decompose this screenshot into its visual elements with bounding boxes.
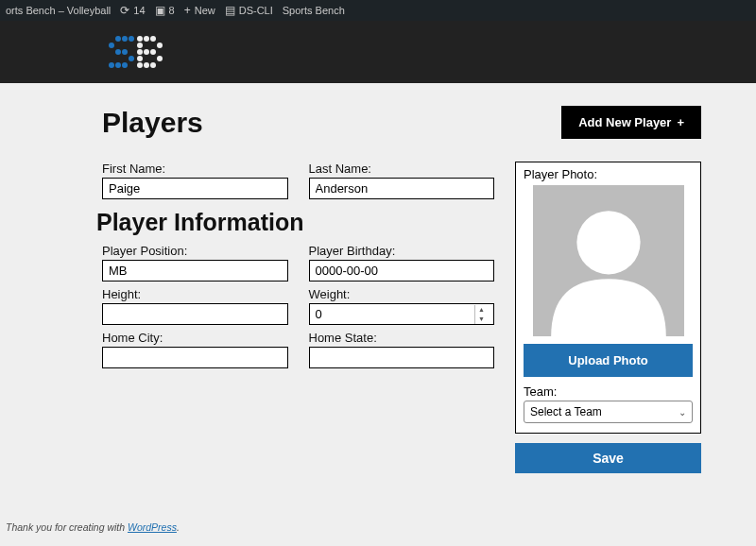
new-item[interactable]: + New	[184, 4, 215, 17]
photo-placeholder	[533, 185, 684, 336]
chevron-down-icon[interactable]: ▼	[475, 315, 488, 324]
first-name-input[interactable]	[102, 178, 288, 199]
weight-stepper[interactable]: ▲ ▼	[474, 305, 488, 324]
page-title: Players	[102, 107, 203, 139]
dscli-label: DS-CLI	[239, 5, 273, 16]
height-label: Height:	[102, 287, 288, 301]
footer-suffix: .	[177, 521, 180, 533]
form-left: First Name: Last Name: Player Informatio…	[102, 162, 494, 473]
weight-label: Weight:	[309, 287, 495, 301]
weight-input[interactable]: 0	[316, 307, 322, 321]
form-content: First Name: Last Name: Player Informatio…	[102, 162, 730, 473]
team-select-value: Select a Team	[530, 405, 602, 418]
height-input[interactable]	[102, 303, 288, 325]
updates-count: 14	[133, 5, 145, 16]
footer: Thank you for creating with WordPress.	[6, 521, 180, 533]
home-city-input[interactable]	[102, 347, 288, 368]
avatar-icon	[533, 185, 684, 336]
comment-icon: ▣	[155, 4, 165, 17]
page-head: Players Add New Player +	[102, 106, 730, 139]
last-name-input[interactable]	[309, 178, 495, 199]
position-input[interactable]	[102, 260, 288, 282]
first-name-label: First Name:	[102, 162, 288, 176]
logo-b	[137, 36, 163, 68]
last-name-label: Last Name:	[309, 162, 495, 176]
photo-box: Player Photo: Upload Photo Team: Select …	[515, 162, 701, 434]
chevron-down-icon: ⌄	[679, 407, 686, 418]
weight-field: Weight: 0 ▲ ▼	[309, 287, 495, 325]
new-label: New	[195, 5, 215, 16]
last-name-field: Last Name:	[309, 162, 495, 199]
comments-item[interactable]: ▣ 8	[155, 4, 175, 17]
terminal-icon: ▤	[225, 4, 235, 17]
home-city-label: Home City:	[102, 331, 288, 345]
plus-icon: +	[677, 115, 684, 129]
birthday-field: Player Birthday:	[309, 244, 495, 282]
home-state-input[interactable]	[309, 347, 495, 368]
footer-text: Thank you for creating with	[6, 521, 128, 533]
add-button-label: Add New Player	[578, 115, 671, 129]
logo[interactable]	[109, 36, 163, 68]
save-button[interactable]: Save	[515, 443, 701, 473]
sports-bench-item[interactable]: Sports Bench	[283, 5, 345, 16]
chevron-up-icon[interactable]: ▲	[475, 305, 488, 315]
weight-input-wrap: 0 ▲ ▼	[309, 303, 495, 325]
position-label: Player Position:	[102, 244, 288, 258]
home-state-field: Home State:	[309, 331, 495, 368]
upload-photo-button[interactable]: Upload Photo	[524, 344, 693, 377]
sports-bench-label: Sports Bench	[283, 5, 345, 16]
photo-label: Player Photo:	[524, 167, 693, 181]
section-title: Player Information	[96, 209, 494, 236]
home-state-label: Home State:	[309, 331, 495, 345]
position-field: Player Position:	[102, 244, 288, 282]
birthday-input[interactable]	[309, 260, 495, 282]
form-right: Player Photo: Upload Photo Team: Select …	[515, 162, 701, 473]
add-new-player-button[interactable]: Add New Player +	[561, 106, 701, 139]
team-label: Team:	[524, 384, 693, 399]
dscli-item[interactable]: ▤ DS-CLI	[225, 4, 273, 17]
page-content: Players Add New Player + First Name: Las…	[0, 83, 756, 473]
team-select[interactable]: Select a Team ⌄	[524, 401, 693, 423]
updates-item[interactable]: ⟳ 14	[120, 4, 145, 17]
updates-icon: ⟳	[120, 4, 129, 17]
site-header	[0, 21, 756, 83]
first-name-field: First Name:	[102, 162, 288, 199]
site-title-item[interactable]: orts Bench – Volleyball	[6, 5, 111, 16]
svg-point-1	[576, 211, 640, 274]
home-city-field: Home City:	[102, 331, 288, 368]
site-label: orts Bench – Volleyball	[6, 5, 111, 16]
wp-admin-bar: orts Bench – Volleyball ⟳ 14 ▣ 8 + New ▤…	[0, 0, 756, 21]
comments-count: 8	[169, 5, 175, 16]
plus-icon: +	[184, 4, 191, 17]
logo-s	[109, 36, 134, 68]
birthday-label: Player Birthday:	[309, 244, 495, 258]
height-field: Height:	[102, 287, 288, 325]
wordpress-link[interactable]: WordPress	[128, 521, 177, 533]
